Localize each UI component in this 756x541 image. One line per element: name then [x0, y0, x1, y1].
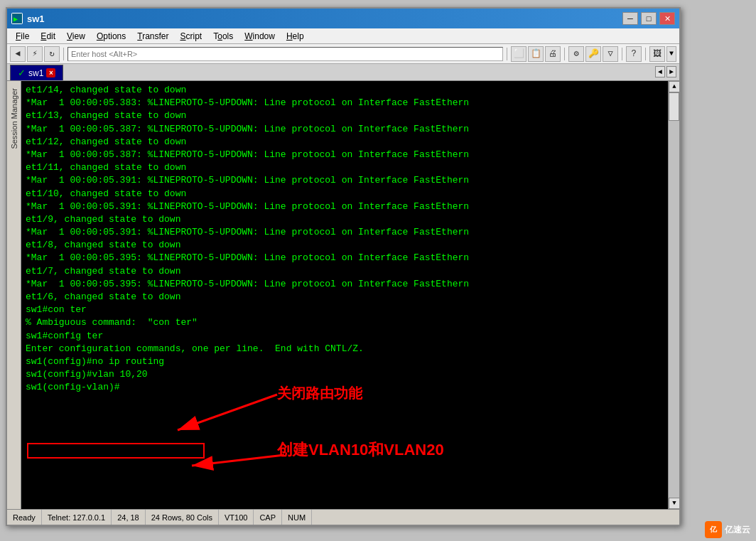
toolbar-dropdown-btn[interactable]: ▼: [666, 46, 676, 62]
toolbar-separator-4: [622, 48, 622, 60]
host-input[interactable]: [68, 47, 503, 61]
brand-watermark: 亿 亿速云: [705, 521, 750, 538]
toolbar-paste-btn[interactable]: 📋: [528, 46, 544, 62]
menu-bar: File Edit View Options Transfer Script T…: [7, 28, 679, 44]
tab-sw1[interactable]: ✓ sw1 ×: [10, 65, 63, 80]
menu-view[interactable]: View: [61, 30, 91, 43]
toolbar-back-btn[interactable]: ◄: [10, 46, 26, 62]
toolbar: ◄ ⚡ ↻ ⬜ 📋 🖨 ⚙ 🔑 ▽ ? 🖼 ▼: [7, 44, 679, 64]
terminal-line: % Ambiguous command: "con ter": [26, 316, 664, 329]
terminal-line: sw1(config)#vlan 10,20: [26, 368, 664, 381]
tab-prev-btn[interactable]: ◄: [655, 66, 665, 77]
menu-help[interactable]: Help: [281, 30, 310, 43]
scroll-track[interactable]: [669, 92, 679, 498]
status-bar: Ready Telnet: 127.0.0.1 24, 18 24 Rows, …: [7, 509, 679, 525]
toolbar-refresh-btn[interactable]: ↻: [44, 46, 60, 62]
menu-window[interactable]: Window: [239, 30, 281, 43]
toolbar-lightning-btn[interactable]: ⚡: [27, 46, 43, 62]
terminal-line: et1/12, changed state to down: [26, 136, 664, 149]
window-title: sw1: [27, 14, 622, 24]
window-icon: ▶: [11, 13, 23, 24]
toolbar-separator-1: [63, 48, 64, 60]
terminal-line: *Mar 1 00:00:05.387: %LINEPROTO-5-UPDOWN…: [26, 123, 664, 136]
status-ready: Ready: [13, 510, 42, 525]
terminal-line: *Mar 1 00:00:05.387: %LINEPROTO-5-UPDOWN…: [26, 149, 664, 161]
menu-script[interactable]: Script: [175, 30, 208, 43]
tab-check-icon: ✓: [18, 68, 26, 78]
terminal-line: et1/13, changed state to down: [26, 109, 664, 122]
window-controls: ─ □ ✕: [622, 12, 675, 25]
toolbar-help-btn[interactable]: ?: [626, 46, 642, 62]
terminal-line: Enter configuration commands, one per li…: [26, 343, 664, 355]
tab-close-btn[interactable]: ×: [46, 68, 55, 77]
status-size: 24 Rows, 80 Cols: [146, 510, 219, 525]
terminal-line: et1/11, changed state to down: [26, 161, 664, 174]
toolbar-separator-3: [564, 48, 565, 60]
tab-bar: ✓ sw1 × ◄ ►: [7, 64, 679, 81]
scroll-thumb[interactable]: [669, 92, 679, 121]
terminal-line: *Mar 1 00:00:05.383: %LINEPROTO-5-UPDOWN…: [26, 97, 664, 109]
minimize-button[interactable]: ─: [622, 12, 638, 25]
terminal-line: *Mar 1 00:00:05.391: %LINEPROTO-5-UPDOWN…: [26, 226, 664, 239]
brand-logo: 亿: [705, 521, 722, 538]
terminal-line: *Mar 1 00:00:05.391: %LINEPROTO-5-UPDOWN…: [26, 174, 664, 187]
session-manager-label: Session Manager: [10, 88, 18, 149]
toolbar-settings-btn[interactable]: ⚙: [568, 46, 584, 62]
tab-label: sw1: [28, 68, 43, 78]
close-button[interactable]: ✕: [659, 12, 675, 25]
desktop: ▶ sw1 ─ □ ✕ File Edit View Options Trans…: [0, 0, 756, 541]
status-telnet: Telnet: 127.0.0.1: [42, 510, 112, 525]
maximize-button[interactable]: □: [641, 12, 657, 25]
terminal-line: et1/6, changed state to down: [26, 291, 664, 304]
menu-tools[interactable]: Tools: [207, 30, 239, 43]
main-window: ▶ sw1 ─ □ ✕ File Edit View Options Trans…: [6, 7, 681, 526]
terminal-line: *Mar 1 00:00:05.395: %LINEPROTO-5-UPDOWN…: [26, 278, 664, 291]
toolbar-separator-5: [645, 48, 646, 60]
status-num: NUM: [282, 510, 312, 525]
toolbar-key-btn[interactable]: 🔑: [585, 46, 601, 62]
session-sidebar[interactable]: Session Manager: [7, 81, 21, 509]
tab-next-btn[interactable]: ►: [666, 66, 676, 77]
scroll-up-btn[interactable]: ▲: [669, 81, 679, 92]
terminal-line: et1/7, changed state to down: [26, 265, 664, 278]
toolbar-separator-2: [507, 48, 507, 60]
toolbar-image-btn[interactable]: 🖼: [649, 46, 665, 62]
svg-text:▶: ▶: [14, 15, 18, 23]
terminal-line: sw1#config ter: [26, 330, 664, 343]
terminal-line: sw1#con ter: [26, 304, 664, 316]
menu-file[interactable]: File: [10, 30, 35, 43]
terminal-line: et1/8, changed state to down: [26, 239, 664, 252]
title-bar: ▶ sw1 ─ □ ✕: [7, 9, 679, 28]
terminal-line: *Mar 1 00:00:05.395: %LINEPROTO-5-UPDOWN…: [26, 252, 664, 264]
terminal-scrollbar[interactable]: ▲ ▼: [668, 81, 679, 509]
toolbar-filter-btn[interactable]: ▽: [603, 46, 618, 62]
scroll-down-btn[interactable]: ▼: [669, 498, 679, 509]
brand-name: 亿速云: [725, 524, 750, 536]
terminal-line: *Mar 1 00:00:05.391: %LINEPROTO-5-UPDOWN…: [26, 200, 664, 213]
toolbar-print-btn[interactable]: 🖨: [545, 46, 561, 62]
menu-options[interactable]: Options: [91, 30, 131, 43]
terminal-output[interactable]: et1/14, changed state to down*Mar 1 00:0…: [21, 81, 668, 509]
terminal-line: et1/10, changed state to down: [26, 188, 664, 200]
content-area: Session Manager et1/14, changed state to…: [7, 81, 679, 509]
terminal-line: et1/14, changed state to down: [26, 84, 664, 97]
status-caps: CAP: [254, 510, 282, 525]
terminal-line: sw1(config-vlan)#: [26, 381, 664, 394]
tab-navigation: ◄ ►: [655, 66, 676, 77]
toolbar-copy-btn[interactable]: ⬜: [511, 46, 526, 62]
terminal-line: et1/9, changed state to down: [26, 213, 664, 226]
status-position: 24, 18: [112, 510, 146, 525]
status-terminal-type: VT100: [219, 510, 254, 525]
menu-transfer[interactable]: Transfer: [131, 30, 174, 43]
terminal-line: sw1(config)#no ip routing: [26, 355, 664, 368]
menu-edit[interactable]: Edit: [35, 30, 61, 43]
